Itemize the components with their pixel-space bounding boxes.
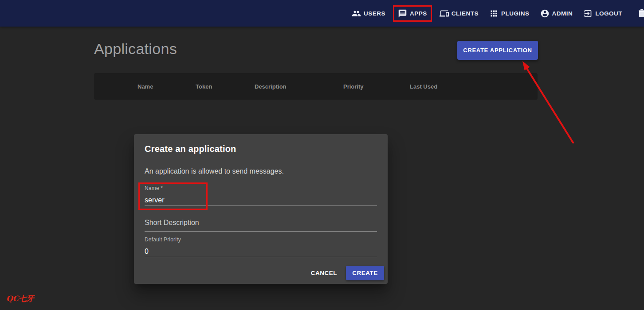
nav-label-clients: CLIENTS	[452, 10, 479, 17]
dialog-actions: CANCEL CREATE	[306, 266, 384, 280]
table-header-name: Name	[137, 83, 196, 90]
priority-field-label: Default Priority	[145, 236, 181, 243]
create-application-dialog: Create an application An application is …	[134, 134, 388, 284]
name-field-group: Name *	[145, 184, 377, 206]
nav-item-apps[interactable]: APPS	[393, 5, 432, 22]
priority-input[interactable]	[145, 248, 377, 256]
priority-field-group: Default Priority	[145, 235, 377, 257]
table-header-priority: Priority	[343, 83, 410, 90]
table-header-last-used: Last Used	[410, 83, 538, 90]
nav-item-users[interactable]: USERS	[349, 6, 389, 21]
nav-label-apps: APPS	[410, 10, 427, 17]
nav-item-admin[interactable]: ADMIN	[537, 6, 576, 21]
applications-table-header: Name Token Description Priority Last Use…	[94, 73, 538, 100]
watermark-text: QC七牙	[6, 294, 34, 304]
page-title: Applications	[94, 40, 177, 58]
clients-devices-icon	[440, 9, 449, 18]
short-description-field-group: Short Description	[145, 214, 377, 232]
plugins-grid-icon	[489, 9, 499, 18]
create-application-button[interactable]: CREATE APPLICATION	[457, 41, 538, 60]
nav-item-clients[interactable]: CLIENTS	[436, 6, 482, 21]
cancel-button[interactable]: CANCEL	[306, 266, 342, 280]
short-description-input[interactable]	[145, 222, 377, 230]
nav-label-logout: LOGOUT	[595, 10, 622, 17]
dialog-description: An application is allowed to send messag…	[145, 167, 284, 175]
nav-label-admin: ADMIN	[552, 10, 573, 17]
nav-item-plugins[interactable]: PLUGINS	[486, 6, 533, 21]
delete-icon[interactable]	[636, 8, 644, 19]
nav-label-users: USERS	[364, 10, 385, 17]
dialog-title: Create an application	[145, 144, 236, 154]
users-icon	[352, 9, 361, 18]
table-header-token: Token	[196, 83, 255, 90]
nav-item-logout[interactable]: LOGOUT	[580, 6, 625, 21]
name-field-label: Name *	[145, 185, 163, 191]
table-header-description: Description	[255, 83, 343, 90]
create-button[interactable]: CREATE	[346, 266, 384, 280]
top-navbar: USERS APPS CLIENTS PLUGINS ADMIN LOGOUT	[0, 0, 644, 27]
logout-icon	[583, 9, 593, 18]
apps-chat-icon	[398, 9, 407, 18]
nav-label-plugins: PLUGINS	[501, 10, 530, 17]
admin-person-icon	[540, 9, 550, 18]
name-input[interactable]	[145, 196, 377, 204]
